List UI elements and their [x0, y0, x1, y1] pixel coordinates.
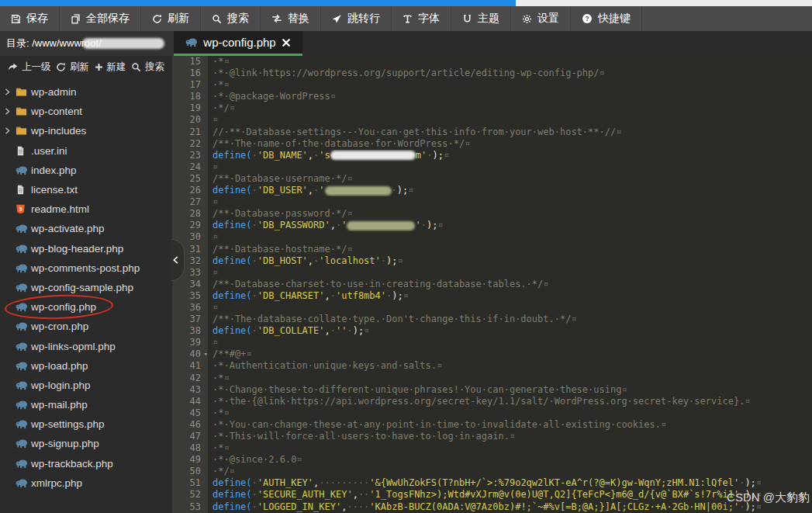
- chevron-left-icon: [171, 255, 181, 265]
- tree-item-.user.ini[interactable]: .user.ini: [0, 141, 172, 161]
- line-number: 52: [172, 489, 208, 501]
- folder-icon: [14, 125, 31, 137]
- code-line-40: 40▾/**#@+¤: [172, 348, 812, 360]
- php-icon: [14, 438, 31, 449]
- refresh-icon: [56, 62, 66, 72]
- fold-arrow-icon[interactable]: ▾: [204, 348, 208, 360]
- code-editor[interactable]: 15·*¤16·*·@link·https://wordpress.org/su…: [172, 56, 812, 513]
- chevron-right-icon[interactable]: [0, 127, 14, 135]
- tree-item-wp-trackback.php[interactable]: wp-trackback.php: [0, 454, 172, 473]
- code-text: ·*·You·can·change·these·at·any·point·in·…: [208, 419, 812, 431]
- tree-item-index.php[interactable]: index.php: [0, 161, 172, 180]
- sidebar-new-button[interactable]: 新建: [95, 61, 126, 74]
- plus-icon: [95, 63, 103, 71]
- line-number: 35: [172, 290, 208, 302]
- php-icon: [185, 37, 198, 47]
- goto-line-button[interactable]: 跳转行: [321, 6, 392, 31]
- code-line-29: 29define(·'DB_PASSWORD',·''·);¤: [172, 220, 812, 231]
- code-line-24: 24¤: [172, 161, 812, 173]
- save-all-button[interactable]: 全部保存: [60, 6, 141, 31]
- tree-item-license.txt[interactable]: license.txt: [0, 180, 172, 199]
- code-text: /**·The·name·of·the·database·for·WordPre…: [208, 138, 812, 150]
- chevron-right-icon[interactable]: [0, 88, 14, 96]
- line-number: 47: [172, 431, 208, 442]
- sidebar-new-label: 新建: [107, 61, 126, 74]
- path-redaction-blur: [82, 38, 164, 49]
- tree-item-label: wp-load.php: [31, 360, 88, 372]
- refresh-button[interactable]: 刷新: [141, 6, 201, 31]
- code-line-42: 42·*¤: [172, 373, 812, 384]
- tree-item-wp-config-sample.php[interactable]: wp-config-sample.php: [0, 278, 172, 297]
- tree-item-readme.html[interactable]: 5readme.html: [0, 199, 172, 219]
- tree-item-wp-links-opml.php[interactable]: wp-links-opml.php: [0, 336, 172, 355]
- tree-item-label: xmlrpc.php: [31, 477, 82, 489]
- sidebar-collapse-handle[interactable]: [171, 239, 185, 281]
- refresh-icon: [152, 14, 162, 24]
- tree-item-wp-cron.php[interactable]: wp-cron.php: [0, 317, 172, 336]
- save-button[interactable]: 保存: [0, 6, 60, 31]
- php-icon: [14, 263, 31, 273]
- tree-item-wp-includes[interactable]: wp-includes: [0, 121, 172, 140]
- php-icon: [14, 224, 31, 234]
- php-icon: [14, 478, 31, 488]
- theme-button[interactable]: 主题: [451, 6, 511, 31]
- tree-item-wp-login.php[interactable]: wp-login.php: [0, 376, 172, 395]
- settings-button[interactable]: 设置: [511, 6, 571, 31]
- tree-item-xmlrpc.php[interactable]: xmlrpc.php: [0, 473, 172, 493]
- chevron-right-icon[interactable]: [0, 107, 14, 116]
- sidebar-search-label: 搜索: [145, 61, 164, 74]
- tree-item-label: wp-cron.php: [31, 321, 88, 332]
- shortcuts-button[interactable]: ?快捷键: [571, 6, 642, 31]
- sidebar-refresh-button[interactable]: 刷新: [56, 61, 89, 74]
- refresh-label: 刷新: [168, 12, 189, 26]
- tree-item-label: readme.html: [31, 203, 89, 215]
- close-icon[interactable]: [282, 38, 291, 47]
- html-icon: 5: [14, 204, 31, 214]
- code-line-18: 18·*·@package·WordPress¤: [172, 91, 812, 102]
- tree-item-label: wp-blog-header.php: [31, 243, 123, 255]
- tree-item-wp-signup.php[interactable]: wp-signup.php: [0, 434, 172, 453]
- tree-item-wp-settings.php[interactable]: wp-settings.php: [0, 414, 172, 434]
- search-icon: [212, 14, 222, 24]
- save-all-label: 全部保存: [86, 12, 130, 26]
- line-number: 15: [172, 56, 208, 68]
- tree-item-wp-config.php[interactable]: wp-config.php: [0, 297, 172, 317]
- code-line-35: 35define(·'DB_CHARSET',·'utf8mb4'·);¤: [172, 290, 812, 302]
- tree-item-label: wp-links-opml.php: [31, 341, 116, 352]
- tree-item-wp-comments-post.php[interactable]: wp-comments-post.php: [0, 258, 172, 278]
- font-button[interactable]: 字体: [392, 6, 451, 31]
- help-icon: ?: [582, 13, 593, 24]
- code-text: ¤: [208, 267, 812, 279]
- tree-item-wp-blog-header.php[interactable]: wp-blog-header.php: [0, 239, 172, 258]
- line-number: 37: [172, 314, 208, 325]
- php-icon: [14, 165, 31, 175]
- php-icon: [14, 321, 31, 331]
- code-text: ·*·This·will·force·all·users·to·have·to·…: [208, 431, 812, 442]
- tree-item-wp-mail.php[interactable]: wp-mail.php: [0, 395, 172, 414]
- theme-label: 主题: [478, 12, 499, 26]
- code-text: ·*¤: [208, 442, 812, 454]
- line-number: 28: [172, 208, 208, 220]
- code-line-44: 44·*·the·{@link·https://api.wordpress.or…: [172, 396, 812, 407]
- font-icon: [403, 14, 413, 24]
- tree-item-wp-content[interactable]: wp-content: [0, 102, 172, 121]
- tab-wp-config[interactable]: wp-config.php: [174, 31, 302, 56]
- code-line-48: 48·*¤: [172, 442, 812, 454]
- line-number: 40▾: [172, 348, 208, 360]
- code-text: define(·'LOGGED_IN_KEY',····'KAbzB-BUCZ(…: [208, 501, 812, 513]
- replace-button[interactable]: 替换: [261, 6, 321, 31]
- sidebar-up-level-label: 上一级: [22, 61, 51, 74]
- tree-item-wp-admin[interactable]: wp-admin: [0, 82, 172, 102]
- code-text: ·*·Change·these·to·different·unique·phra…: [208, 384, 812, 396]
- line-number: 25: [172, 173, 208, 185]
- tree-item-wp-load.php[interactable]: wp-load.php: [0, 356, 172, 376]
- save-icon: [11, 14, 21, 24]
- sidebar-up-level-button[interactable]: 上一级: [8, 61, 51, 74]
- save-label: 保存: [26, 12, 48, 26]
- search-button[interactable]: 搜索: [201, 6, 261, 31]
- tree-item-wp-activate.php[interactable]: wp-activate.php: [0, 219, 172, 238]
- redaction-blur: [325, 186, 392, 196]
- sidebar-search-button[interactable]: 搜索: [131, 61, 164, 74]
- code-line-47: 47·*·This·will·force·all·users·to·have·t…: [172, 431, 812, 442]
- line-number: 51: [172, 477, 208, 489]
